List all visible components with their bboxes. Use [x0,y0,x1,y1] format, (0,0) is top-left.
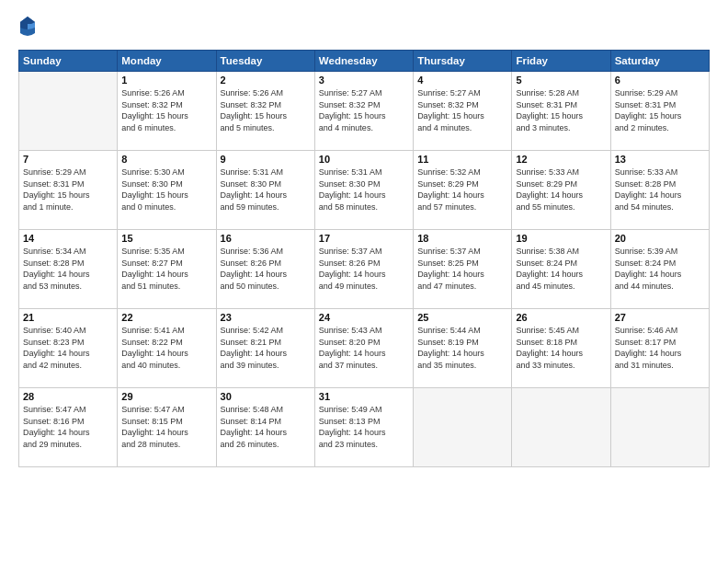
day-cell: 3Sunrise: 5:27 AM Sunset: 8:32 PM Daylig… [314,72,413,151]
day-info: Sunrise: 5:30 AM Sunset: 8:30 PM Dayligh… [121,167,211,213]
day-info: Sunrise: 5:33 AM Sunset: 8:29 PM Dayligh… [516,167,606,213]
week-row-3: 21Sunrise: 5:40 AM Sunset: 8:23 PM Dayli… [19,309,710,388]
day-cell: 11Sunrise: 5:32 AM Sunset: 8:29 PM Dayli… [414,151,512,230]
day-cell: 20Sunrise: 5:39 AM Sunset: 8:24 PM Dayli… [610,230,709,309]
day-cell [512,388,610,467]
day-cell: 10Sunrise: 5:31 AM Sunset: 8:30 PM Dayli… [314,151,413,230]
day-cell [414,388,512,467]
day-cell: 13Sunrise: 5:33 AM Sunset: 8:28 PM Dayli… [610,151,709,230]
week-row-4: 28Sunrise: 5:47 AM Sunset: 8:16 PM Dayli… [19,388,710,467]
day-cell: 17Sunrise: 5:37 AM Sunset: 8:26 PM Dayli… [314,230,413,309]
day-number: 11 [417,154,507,165]
day-info: Sunrise: 5:29 AM Sunset: 8:31 PM Dayligh… [615,87,705,133]
col-header-saturday: Saturday [610,51,709,72]
header-row: SundayMondayTuesdayWednesdayThursdayFrid… [19,51,710,72]
day-number: 31 [319,391,409,402]
day-cell: 4Sunrise: 5:27 AM Sunset: 8:32 PM Daylig… [414,72,512,151]
day-cell [610,388,709,467]
day-number: 13 [615,154,705,165]
day-info: Sunrise: 5:27 AM Sunset: 8:32 PM Dayligh… [319,87,409,133]
day-info: Sunrise: 5:44 AM Sunset: 8:19 PM Dayligh… [417,325,507,371]
day-info: Sunrise: 5:29 AM Sunset: 8:31 PM Dayligh… [23,167,113,213]
day-number: 12 [516,154,606,165]
day-info: Sunrise: 5:48 AM Sunset: 8:14 PM Dayligh… [221,404,311,450]
day-info: Sunrise: 5:47 AM Sunset: 8:15 PM Dayligh… [121,404,211,450]
day-cell: 28Sunrise: 5:47 AM Sunset: 8:16 PM Dayli… [19,388,118,467]
day-cell: 8Sunrise: 5:30 AM Sunset: 8:30 PM Daylig… [118,151,216,230]
day-info: Sunrise: 5:31 AM Sunset: 8:30 PM Dayligh… [221,167,311,213]
day-info: Sunrise: 5:31 AM Sunset: 8:30 PM Dayligh… [319,167,409,213]
day-number: 7 [23,154,113,165]
day-info: Sunrise: 5:28 AM Sunset: 8:31 PM Dayligh… [516,87,606,133]
day-info: Sunrise: 5:38 AM Sunset: 8:24 PM Dayligh… [516,246,606,292]
day-cell: 26Sunrise: 5:45 AM Sunset: 8:18 PM Dayli… [512,309,610,388]
day-number: 5 [516,75,606,86]
day-cell: 2Sunrise: 5:26 AM Sunset: 8:32 PM Daylig… [216,72,314,151]
day-cell: 14Sunrise: 5:34 AM Sunset: 8:28 PM Dayli… [19,230,118,309]
day-cell: 23Sunrise: 5:42 AM Sunset: 8:21 PM Dayli… [216,309,314,388]
page: SundayMondayTuesdayWednesdayThursdayFrid… [0,0,728,563]
day-info: Sunrise: 5:47 AM Sunset: 8:16 PM Dayligh… [23,404,113,450]
day-number: 21 [23,312,113,323]
day-cell: 16Sunrise: 5:36 AM Sunset: 8:26 PM Dayli… [216,230,314,309]
col-header-thursday: Thursday [414,51,512,72]
day-info: Sunrise: 5:26 AM Sunset: 8:32 PM Dayligh… [121,87,211,133]
day-info: Sunrise: 5:43 AM Sunset: 8:20 PM Dayligh… [319,325,409,371]
col-header-friday: Friday [512,51,610,72]
day-cell: 29Sunrise: 5:47 AM Sunset: 8:15 PM Dayli… [118,388,216,467]
day-number: 8 [121,154,211,165]
day-info: Sunrise: 5:37 AM Sunset: 8:25 PM Dayligh… [417,246,507,292]
day-number: 10 [319,154,409,165]
day-info: Sunrise: 5:34 AM Sunset: 8:28 PM Dayligh… [23,246,113,292]
day-number: 15 [121,233,211,244]
day-number: 29 [121,391,211,402]
week-row-1: 7Sunrise: 5:29 AM Sunset: 8:31 PM Daylig… [19,151,710,230]
day-number: 20 [615,233,705,244]
logo [18,15,40,40]
day-number: 25 [417,312,507,323]
day-cell: 24Sunrise: 5:43 AM Sunset: 8:20 PM Dayli… [314,309,413,388]
col-header-wednesday: Wednesday [314,51,413,72]
col-header-tuesday: Tuesday [216,51,314,72]
day-number: 23 [221,312,311,323]
day-cell: 18Sunrise: 5:37 AM Sunset: 8:25 PM Dayli… [414,230,512,309]
day-info: Sunrise: 5:33 AM Sunset: 8:28 PM Dayligh… [615,167,705,213]
day-number: 1 [121,75,211,86]
day-info: Sunrise: 5:42 AM Sunset: 8:21 PM Dayligh… [221,325,311,371]
day-number: 22 [121,312,211,323]
day-number: 17 [319,233,409,244]
col-header-sunday: Sunday [19,51,118,72]
day-number: 16 [221,233,311,244]
day-info: Sunrise: 5:27 AM Sunset: 8:32 PM Dayligh… [417,87,507,133]
day-cell: 12Sunrise: 5:33 AM Sunset: 8:29 PM Dayli… [512,151,610,230]
day-info: Sunrise: 5:37 AM Sunset: 8:26 PM Dayligh… [319,246,409,292]
day-cell: 21Sunrise: 5:40 AM Sunset: 8:23 PM Dayli… [19,309,118,388]
day-number: 4 [417,75,507,86]
day-number: 2 [221,75,311,86]
day-cell: 30Sunrise: 5:48 AM Sunset: 8:14 PM Dayli… [216,388,314,467]
day-info: Sunrise: 5:26 AM Sunset: 8:32 PM Dayligh… [221,87,311,133]
day-number: 6 [615,75,705,86]
day-info: Sunrise: 5:41 AM Sunset: 8:22 PM Dayligh… [121,325,211,371]
day-cell: 5Sunrise: 5:28 AM Sunset: 8:31 PM Daylig… [512,72,610,151]
day-number: 18 [417,233,507,244]
day-info: Sunrise: 5:39 AM Sunset: 8:24 PM Dayligh… [615,246,705,292]
day-cell: 25Sunrise: 5:44 AM Sunset: 8:19 PM Dayli… [414,309,512,388]
day-info: Sunrise: 5:45 AM Sunset: 8:18 PM Dayligh… [516,325,606,371]
day-number: 30 [221,391,311,402]
day-cell: 7Sunrise: 5:29 AM Sunset: 8:31 PM Daylig… [19,151,118,230]
day-info: Sunrise: 5:49 AM Sunset: 8:13 PM Dayligh… [319,404,409,450]
day-info: Sunrise: 5:40 AM Sunset: 8:23 PM Dayligh… [23,325,113,371]
day-cell: 9Sunrise: 5:31 AM Sunset: 8:30 PM Daylig… [216,151,314,230]
day-cell: 27Sunrise: 5:46 AM Sunset: 8:17 PM Dayli… [610,309,709,388]
day-cell: 22Sunrise: 5:41 AM Sunset: 8:22 PM Dayli… [118,309,216,388]
header [18,15,710,40]
day-info: Sunrise: 5:35 AM Sunset: 8:27 PM Dayligh… [121,246,211,292]
day-info: Sunrise: 5:46 AM Sunset: 8:17 PM Dayligh… [615,325,705,371]
day-cell: 6Sunrise: 5:29 AM Sunset: 8:31 PM Daylig… [610,72,709,151]
week-row-2: 14Sunrise: 5:34 AM Sunset: 8:28 PM Dayli… [19,230,710,309]
logo-icon [18,15,37,40]
day-number: 14 [23,233,113,244]
calendar-table: SundayMondayTuesdayWednesdayThursdayFrid… [18,50,710,467]
day-number: 24 [319,312,409,323]
